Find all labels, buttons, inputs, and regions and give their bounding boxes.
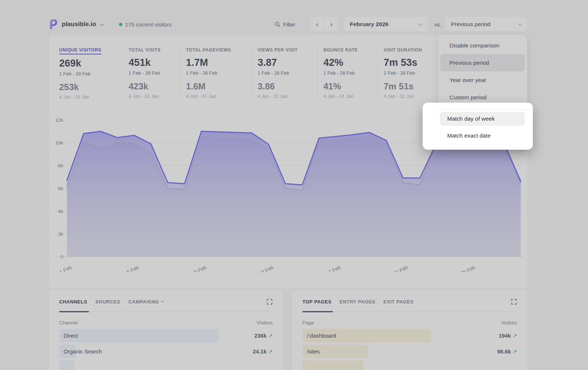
- comparison-match-spotlight: Match day of week Match exact date: [423, 103, 533, 150]
- menu-item-match-exact-date[interactable]: Match exact date: [440, 129, 525, 143]
- menu-item-match-day-of-week[interactable]: Match day of week: [440, 112, 525, 126]
- tour-dim-overlay: [0, 0, 588, 370]
- menu-divider: [438, 109, 530, 110]
